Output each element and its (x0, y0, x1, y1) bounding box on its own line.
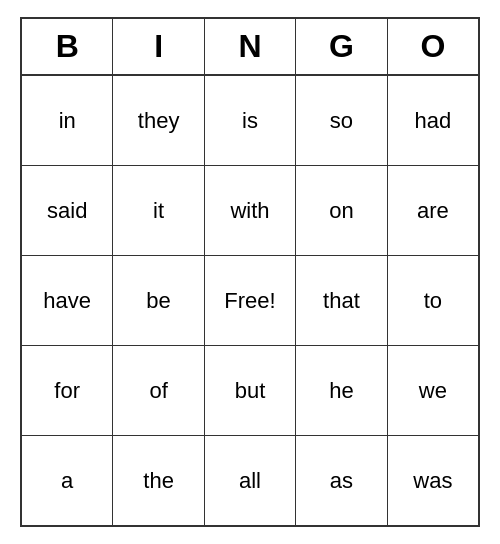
bingo-cell-0-0[interactable]: in (22, 76, 113, 165)
bingo-cell-2-2[interactable]: Free! (205, 256, 296, 345)
bingo-cell-1-4[interactable]: are (388, 166, 478, 255)
bingo-cell-3-3[interactable]: he (296, 346, 387, 435)
bingo-row-4: atheallaswas (22, 436, 478, 525)
bingo-cell-0-3[interactable]: so (296, 76, 387, 165)
bingo-cell-3-1[interactable]: of (113, 346, 204, 435)
bingo-cell-4-3[interactable]: as (296, 436, 387, 525)
bingo-row-3: forofbuthewe (22, 346, 478, 436)
bingo-cell-1-0[interactable]: said (22, 166, 113, 255)
bingo-cell-3-2[interactable]: but (205, 346, 296, 435)
bingo-header: BINGO (22, 19, 478, 76)
bingo-cell-2-0[interactable]: have (22, 256, 113, 345)
bingo-cell-0-1[interactable]: they (113, 76, 204, 165)
header-letter: N (205, 19, 296, 74)
header-letter: I (113, 19, 204, 74)
bingo-cell-1-1[interactable]: it (113, 166, 204, 255)
bingo-cell-4-2[interactable]: all (205, 436, 296, 525)
bingo-cell-3-0[interactable]: for (22, 346, 113, 435)
bingo-card: BINGO intheyissohadsaiditwithonarehavebe… (20, 17, 480, 527)
bingo-row-1: saiditwithonare (22, 166, 478, 256)
bingo-row-2: havebeFree!thatto (22, 256, 478, 346)
header-letter: O (388, 19, 478, 74)
bingo-body: intheyissohadsaiditwithonarehavebeFree!t… (22, 76, 478, 525)
bingo-cell-1-2[interactable]: with (205, 166, 296, 255)
bingo-cell-2-1[interactable]: be (113, 256, 204, 345)
header-letter: G (296, 19, 387, 74)
bingo-cell-4-0[interactable]: a (22, 436, 113, 525)
bingo-row-0: intheyissohad (22, 76, 478, 166)
bingo-cell-0-2[interactable]: is (205, 76, 296, 165)
bingo-cell-2-4[interactable]: to (388, 256, 478, 345)
bingo-cell-0-4[interactable]: had (388, 76, 478, 165)
bingo-cell-4-1[interactable]: the (113, 436, 204, 525)
bingo-cell-1-3[interactable]: on (296, 166, 387, 255)
bingo-cell-4-4[interactable]: was (388, 436, 478, 525)
bingo-cell-3-4[interactable]: we (388, 346, 478, 435)
bingo-cell-2-3[interactable]: that (296, 256, 387, 345)
header-letter: B (22, 19, 113, 74)
